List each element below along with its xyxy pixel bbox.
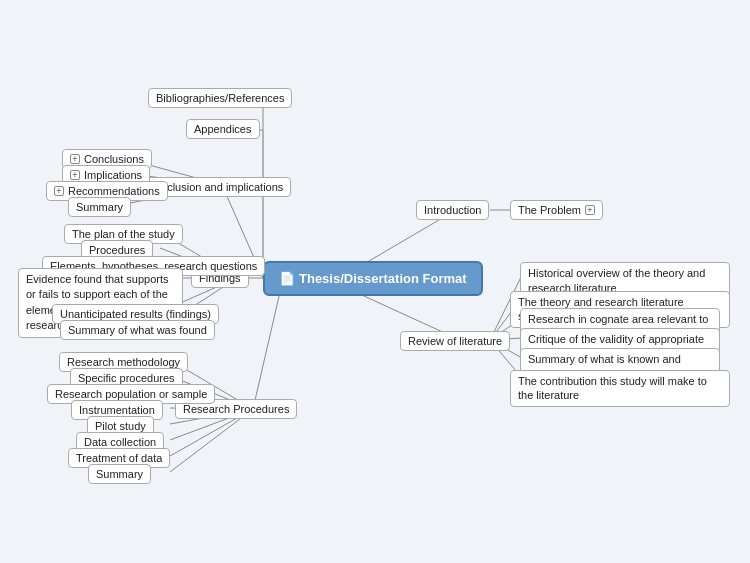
recommendations-sub-label: Recommendations (68, 185, 160, 197)
svg-line-6 (253, 292, 280, 409)
summary-findings-node: Summary of what was found (60, 320, 215, 340)
bibliographies-node: Bibliographies/References (148, 88, 292, 108)
review-literature-node: Review of literature (400, 331, 510, 351)
center-node: 📄 Thesis/Dissertation Format (263, 261, 483, 296)
appendices-label: Appendices (194, 123, 252, 135)
unanticipated-label: Unanticipated results (findings) (60, 308, 211, 320)
introduction-label: Introduction (424, 204, 481, 216)
specific-procedures-label: Specific procedures (78, 372, 175, 384)
procedures-findings-label: Procedures (89, 244, 145, 256)
contribution-label: The contribution this study will make to… (518, 374, 722, 403)
implications-sub-label: Implications (84, 169, 142, 181)
center-label: Thesis/Dissertation Format (299, 271, 467, 286)
summary-bottom-node: Summary (88, 464, 151, 484)
summary-bottom-label: Summary (96, 468, 143, 480)
expand-icon[interactable]: + (70, 154, 80, 164)
summary-top-label: Summary (76, 201, 123, 213)
research-methodology-label: Research methodology (67, 356, 180, 368)
summary-findings-label: Summary of what was found (68, 324, 207, 336)
contribution-node: The contribution this study will make to… (510, 370, 730, 407)
plan-label: The plan of the study (72, 228, 175, 240)
doc-icon: 📄 (279, 271, 295, 286)
pilot-study-label: Pilot study (95, 420, 146, 432)
research-procedures-label: Research Procedures (183, 403, 289, 415)
bibliographies-label: Bibliographies/References (156, 92, 284, 104)
the-problem-node: The Problem + (510, 200, 603, 220)
expand-icon[interactable]: + (54, 186, 64, 196)
review-literature-label: Review of literature (408, 335, 502, 347)
the-problem-label: The Problem (518, 204, 581, 216)
expand-icon[interactable]: + (70, 170, 80, 180)
treatment-data-label: Treatment of data (76, 452, 162, 464)
data-collection-label: Data collection (84, 436, 156, 448)
conclusions-sub-label: Conclusions (84, 153, 144, 165)
expand-icon[interactable]: + (585, 205, 595, 215)
instrumentation-label: Instrumentation (79, 404, 155, 416)
research-population-label: Research population or sample (55, 388, 207, 400)
summary-top-node: Summary (68, 197, 131, 217)
appendices-node: Appendices (186, 119, 260, 139)
introduction-node: Introduction (416, 200, 489, 220)
